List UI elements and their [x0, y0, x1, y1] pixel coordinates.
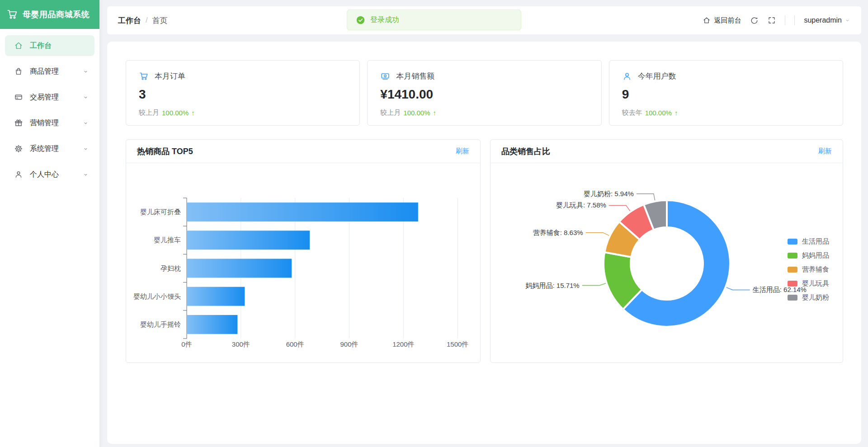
- refresh-icon: [750, 16, 759, 25]
- sidebar-item-system-management[interactable]: 系统管理: [5, 138, 94, 159]
- donut-label-line: [726, 287, 750, 290]
- fullscreen-icon: [768, 16, 776, 24]
- banknote-icon: [380, 71, 390, 81]
- sidebar-item-profile-center[interactable]: 个人中心: [5, 164, 94, 185]
- chevron-down-icon: [82, 94, 89, 101]
- trend-up-arrow: ↑: [675, 109, 678, 117]
- chevron-down-icon: [82, 146, 89, 152]
- refresh-button[interactable]: [750, 16, 759, 25]
- category-share-card: 品类销售占比 刷新 生活用品: 62.14%妈妈用品: 15.71%营养辅食: …: [490, 139, 843, 363]
- credit-card-icon: [14, 93, 23, 102]
- charts-row: 热销商品 TOP5 刷新 0件300件600件900件1200件1500件婴儿床…: [126, 139, 843, 363]
- stat-compare: 较上月100.00%↑: [139, 108, 347, 117]
- donut-label: 婴儿玩具: 7.58%: [556, 201, 606, 209]
- stat-value: ¥1410.00: [380, 87, 588, 102]
- user-icon: [14, 170, 23, 179]
- toast-message: 登录成功: [370, 15, 399, 25]
- home-icon: [14, 41, 23, 50]
- sidebar-item-workbench[interactable]: 工作台: [5, 35, 94, 56]
- bar-category-label: 孕妇枕: [160, 264, 181, 272]
- breadcrumb-separator: /: [146, 16, 148, 25]
- donut-label: 妈妈用品: 15.71%: [525, 282, 579, 289]
- category-share-refresh-link[interactable]: 刷新: [818, 147, 832, 155]
- x-axis-tick-label: 0件: [181, 340, 192, 348]
- legend-label: 妈妈用品: [802, 251, 829, 260]
- check-circle-icon: [356, 16, 365, 24]
- bar-category-label: 婴幼儿手摇铃: [140, 320, 181, 328]
- legend-marker: [788, 267, 797, 273]
- main-panel: 本月订单3较上月100.00%↑本月销售额¥1410.00较上月100.00%↑…: [107, 42, 861, 444]
- user-icon: [14, 170, 23, 179]
- legend-item-0[interactable]: 生活用品: [788, 237, 829, 246]
- legend-item-2[interactable]: 营养辅食: [788, 265, 829, 274]
- legend-marker: [788, 253, 797, 259]
- legend-item-3[interactable]: 婴儿玩具: [788, 279, 829, 288]
- user-icon: [622, 71, 632, 81]
- legend-label: 生活用品: [802, 237, 829, 246]
- caret-down-icon: [844, 18, 850, 24]
- bar-0: [187, 202, 418, 221]
- stats-row: 本月订单3较上月100.00%↑本月销售额¥1410.00较上月100.00%↑…: [126, 60, 843, 126]
- stat-compare: 较去年100.00%↑: [622, 108, 830, 117]
- legend-label: 婴儿玩具: [802, 279, 829, 288]
- stat-label: 本月订单: [155, 71, 185, 81]
- stat-value: 9: [622, 87, 830, 102]
- app-title: 母婴用品商城系统: [23, 9, 90, 20]
- stat-card-monthly-orders: 本月订单3较上月100.00%↑: [126, 60, 360, 126]
- bar-category-label: 婴儿床可折叠: [140, 208, 181, 216]
- legend-item-4[interactable]: 婴儿奶粉: [788, 293, 829, 302]
- breadcrumb-root[interactable]: 工作台: [118, 15, 141, 26]
- breadcrumb-current: 首页: [152, 15, 168, 26]
- trend-up-arrow: ↑: [433, 109, 437, 117]
- sidebar-item-label: 系统管理: [30, 144, 59, 154]
- stat-label: 今年用户数: [638, 71, 676, 81]
- credit-card-icon: [14, 93, 23, 102]
- stat-compare-prefix: 较去年: [622, 108, 642, 117]
- chevron-down-icon: [82, 68, 89, 75]
- sidebar-item-label: 交易管理: [30, 93, 59, 102]
- topbar-actions: 返回前台 superadmin: [703, 15, 850, 25]
- donut-label-line: [609, 205, 630, 211]
- breadcrumb: 工作台 / 首页: [118, 15, 168, 26]
- user-dropdown[interactable]: superadmin: [804, 16, 850, 24]
- back-to-front-button[interactable]: 返回前台: [703, 16, 741, 25]
- chevron-down-icon: [82, 146, 89, 152]
- x-axis-tick-label: 600件: [286, 340, 304, 348]
- bag-icon: [14, 67, 23, 76]
- cart-icon: [139, 71, 149, 81]
- sidebar-item-trade-management[interactable]: 交易管理: [5, 87, 94, 108]
- donut-label-line: [637, 194, 655, 201]
- sidebar: 母婴用品商城系统 工作台商品管理交易管理营销管理系统管理个人中心: [0, 0, 99, 447]
- gear-icon: [14, 144, 23, 153]
- legend-item-1[interactable]: 妈妈用品: [788, 251, 829, 260]
- bar-category-label: 婴儿推车: [154, 236, 181, 244]
- fullscreen-button[interactable]: [768, 16, 776, 24]
- legend-marker: [788, 239, 797, 245]
- sidebar-item-marketing-management[interactable]: 营销管理: [5, 113, 94, 133]
- hot-products-refresh-link[interactable]: 刷新: [456, 147, 469, 155]
- donut-label-line: [582, 283, 606, 286]
- topbar-divider: [794, 15, 795, 25]
- topbar-divider: [785, 15, 785, 25]
- hot-products-card: 热销商品 TOP5 刷新 0件300件600件900件1200件1500件婴儿床…: [126, 139, 481, 363]
- app-root: 母婴用品商城系统 工作台商品管理交易管理营销管理系统管理个人中心 工作台 / 首…: [0, 0, 868, 447]
- stat-head: 本月销售额: [380, 71, 588, 81]
- check-circle-icon: [356, 16, 365, 24]
- sidebar-item-product-management[interactable]: 商品管理: [5, 61, 94, 82]
- logo-cart-icon: [6, 9, 18, 20]
- trend-up-arrow: ↑: [191, 109, 195, 117]
- chevron-down-icon: [82, 171, 89, 178]
- fullscreen-icon: [768, 16, 776, 24]
- legend-label: 营养辅食: [802, 265, 829, 274]
- stat-compare-value: 100.00%: [645, 109, 672, 117]
- home-icon: [14, 41, 23, 50]
- chevron-down-icon: [82, 68, 89, 75]
- donut-label: 营养辅食: 8.63%: [533, 229, 583, 236]
- sidebar-item-label: 营销管理: [30, 118, 59, 128]
- user-icon: [622, 71, 632, 81]
- back-to-front-label: 返回前台: [714, 16, 741, 25]
- app-logo: 母婴用品商城系统: [0, 0, 99, 29]
- bar-category-label: 婴幼儿小小馒头: [133, 292, 181, 300]
- stat-label: 本月销售额: [396, 71, 434, 81]
- caret-down-icon: [844, 18, 850, 24]
